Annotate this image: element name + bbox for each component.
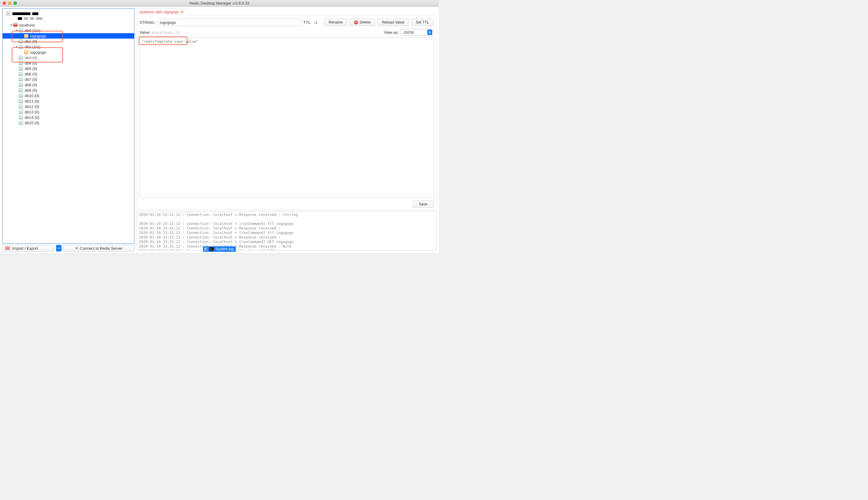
connection-tree[interactable]: localhost db0 (1/1) iogogogo db1 (0) bbox=[2, 9, 135, 244]
database-icon bbox=[19, 99, 23, 103]
set-ttl-button[interactable]: Set TTL bbox=[412, 19, 434, 26]
titlebar: Redis Desktop Manager v.0.8.8.33 bbox=[0, 0, 439, 7]
reload-value-button[interactable]: Reload Value bbox=[378, 19, 409, 26]
db15-node[interactable]: db15 (0) bbox=[3, 120, 134, 125]
value-label: Value: bbox=[140, 30, 150, 35]
viewas-select[interactable]: JSON ▲▼ bbox=[401, 29, 434, 36]
ttl-value: -1 bbox=[314, 20, 322, 25]
db14-node[interactable]: db14 (0) bbox=[3, 115, 134, 120]
db3-node[interactable]: db3 (0) bbox=[3, 55, 134, 60]
db7-node[interactable]: db7 (0) bbox=[3, 77, 134, 82]
db12-node[interactable]: db12 (0) bbox=[3, 104, 134, 109]
database-icon bbox=[19, 29, 23, 33]
database-icon bbox=[19, 61, 23, 65]
database-icon bbox=[19, 56, 23, 60]
log-line: 2020-01-10 23:31:12 : Connection: localh… bbox=[139, 226, 281, 230]
db2-node[interactable]: db2 (1/1) bbox=[3, 44, 134, 49]
db8-node[interactable]: db8 (0) bbox=[3, 82, 134, 88]
db0-label: db0 (1/1) bbox=[24, 29, 40, 33]
connect-label: Connect to Redis Server bbox=[80, 246, 123, 251]
server-label: localhost bbox=[19, 23, 35, 27]
db4-node[interactable]: db4 (0) bbox=[3, 60, 134, 66]
tab-label: localhost::db0::iogogogo bbox=[140, 10, 179, 14]
db2-key-iogogogo[interactable]: iogogogo bbox=[3, 49, 134, 55]
select-caret-icon: ▲▼ bbox=[427, 30, 432, 35]
import-export-dropdown[interactable]: ▼ bbox=[56, 245, 61, 251]
terminal-icon: >_ bbox=[209, 247, 214, 251]
db9-node[interactable]: db9 (0) bbox=[3, 88, 134, 93]
system-log-label: System log bbox=[216, 247, 233, 251]
db11-node[interactable]: db11 (0) bbox=[3, 98, 134, 104]
log-line: 2020-01-10 23:31:12 : Connection: localh… bbox=[139, 221, 293, 226]
key-icon bbox=[24, 34, 28, 38]
db1-node[interactable]: db1 (0) bbox=[3, 38, 134, 44]
value-content: "redisTemplate save value" bbox=[142, 39, 198, 44]
server-node[interactable]: localhost bbox=[3, 22, 134, 28]
menu-icon bbox=[5, 246, 10, 250]
database-icon bbox=[19, 88, 23, 92]
import-export-button[interactable]: Import / Export bbox=[2, 245, 54, 251]
database-icon bbox=[19, 77, 23, 81]
key-icon bbox=[24, 50, 28, 54]
log-line: 2020-01-10 23:31:12 : Connection: localh… bbox=[139, 240, 293, 244]
tab-bar: localhost::db0::iogogogo ✕ bbox=[137, 9, 437, 16]
window-title: Redis Desktop Manager v.0.8.8.33 bbox=[0, 1, 439, 5]
db6-node[interactable]: db6 (0) bbox=[3, 71, 134, 77]
db0-key-iogogogo[interactable]: iogogogo bbox=[3, 33, 134, 38]
log-panel[interactable]: 2020-01-10 23:31:12 : Connection: localh… bbox=[137, 211, 437, 250]
database-icon bbox=[19, 39, 23, 43]
database-icon bbox=[19, 115, 23, 120]
database-icon bbox=[19, 72, 23, 76]
ttl-label: TTL: bbox=[303, 20, 312, 25]
close-tab-icon[interactable]: ✕ bbox=[181, 10, 184, 14]
database-icon bbox=[19, 104, 23, 109]
server-icon bbox=[13, 23, 18, 26]
db5-node[interactable]: db5 (0) bbox=[3, 66, 134, 71]
system-log-button[interactable]: ✕ >_ System log bbox=[203, 246, 236, 252]
redacted-header bbox=[3, 9, 134, 22]
database-icon bbox=[19, 110, 23, 114]
database-icon bbox=[19, 66, 23, 70]
value-size: size in bytes: 26 bbox=[152, 30, 180, 35]
db13-node[interactable]: db13 (0) bbox=[3, 109, 134, 115]
database-icon bbox=[19, 83, 23, 87]
database-icon bbox=[19, 45, 23, 49]
plus-icon: + bbox=[76, 246, 78, 251]
db2-label: db2 (1/1) bbox=[24, 45, 40, 49]
connect-button[interactable]: + Connect to Redis Server bbox=[63, 245, 135, 251]
rename-button[interactable]: Rename bbox=[324, 19, 347, 26]
import-export-label: Import / Export bbox=[12, 246, 38, 251]
tab-key[interactable]: localhost::db0::iogogogo ✕ bbox=[137, 9, 186, 16]
db0-node[interactable]: db0 (1/1) bbox=[3, 28, 134, 33]
delete-button[interactable]: Delete bbox=[350, 19, 375, 26]
db0-key-label: iogogogo bbox=[30, 34, 46, 38]
delete-icon bbox=[354, 21, 358, 24]
viewas-label: View as: bbox=[384, 30, 399, 35]
key-name-input[interactable] bbox=[158, 19, 301, 26]
value-editor[interactable]: "redisTemplate save value" bbox=[140, 37, 434, 197]
save-button[interactable]: Save bbox=[413, 201, 434, 208]
log-line: 2020-01-10 23:31:12 : Connection: localh… bbox=[139, 235, 281, 239]
db10-node[interactable]: db10 (0) bbox=[3, 93, 134, 98]
log-line: 2020-01-10 23:31:12 : Connection: localh… bbox=[139, 231, 293, 235]
close-syslog-icon[interactable]: ✕ bbox=[204, 247, 208, 251]
database-icon bbox=[19, 93, 23, 98]
log-line: 2020-01-10 23:31:12 : Connection: localh… bbox=[139, 213, 298, 217]
viewas-selected: JSON bbox=[403, 30, 414, 35]
type-label: STRING: bbox=[140, 20, 155, 25]
database-icon bbox=[19, 121, 23, 125]
